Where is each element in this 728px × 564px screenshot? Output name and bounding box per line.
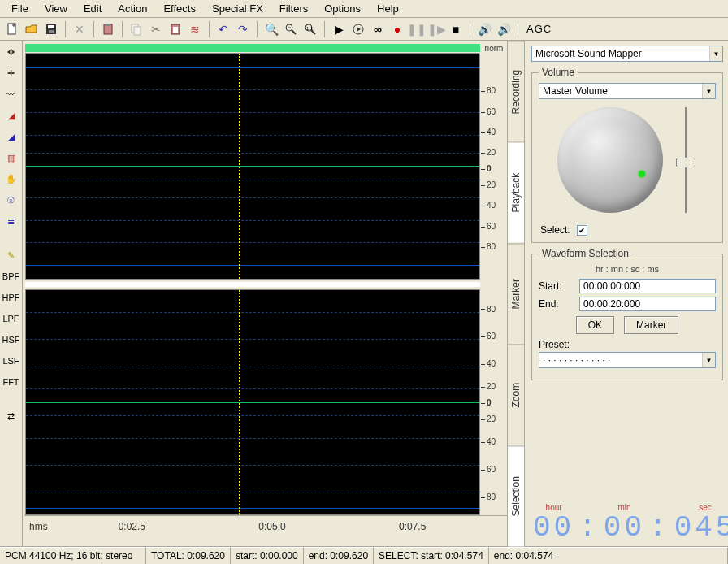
pause-icon[interactable]: ❚❚ bbox=[408, 20, 426, 38]
loop-icon[interactable]: ∞ bbox=[369, 20, 387, 38]
volume-slider[interactable] bbox=[674, 107, 697, 213]
cut-icon[interactable]: ✂ bbox=[147, 20, 165, 38]
tool-crosshair-icon[interactable]: ✛ bbox=[2, 65, 20, 81]
status-select-end: end: 0:04.574 bbox=[489, 547, 728, 564]
preset-label: Preset: bbox=[539, 339, 716, 350]
marker-button[interactable]: Marker bbox=[624, 316, 678, 334]
tool-spectrum-icon[interactable]: ≣ bbox=[2, 213, 20, 229]
tool-lsf[interactable]: LSF bbox=[2, 353, 20, 369]
vtab-recording[interactable]: Recording bbox=[508, 41, 524, 141]
ok-button[interactable]: OK bbox=[576, 316, 614, 334]
vtab-zoom[interactable]: Zoom bbox=[508, 344, 524, 445]
time-axis: hms 0:02.5 0:05.0 0:07.5 bbox=[24, 515, 507, 536]
menu-specialfx[interactable]: Special FX bbox=[204, 1, 271, 16]
left-tool-rail: ✥ ✛ 〰 ◢ ◢ ▥ ✋ ⦾ ≣ ✎ BPF HPF LPF HSF LSF … bbox=[0, 41, 23, 546]
playhead-cursor[interactable] bbox=[239, 54, 240, 279]
tool-hsf[interactable]: HSF bbox=[2, 332, 20, 348]
zoomfit-icon[interactable]: 1:1 bbox=[301, 20, 319, 38]
agc-label[interactable]: AGC bbox=[526, 23, 552, 35]
amplitude-scale-bot: 80 60 40 20 0 20 40 60 80 bbox=[481, 286, 507, 515]
chevron-down-icon: ▼ bbox=[709, 46, 722, 61]
tool-hpf[interactable]: HPF bbox=[2, 289, 20, 306]
step-icon[interactable]: ❚▶ bbox=[427, 20, 445, 38]
open-icon[interactable] bbox=[23, 20, 41, 38]
paste-icon[interactable] bbox=[99, 20, 117, 38]
tool-hand-icon[interactable]: ✋ bbox=[2, 171, 20, 187]
scale-label: norm bbox=[481, 44, 507, 52]
pan-knob[interactable] bbox=[557, 107, 663, 213]
tool-wave-icon[interactable]: 〰 bbox=[2, 86, 20, 102]
svg-text:1:1: 1:1 bbox=[306, 26, 314, 31]
preset-combo[interactable]: · · · · · · · · · · · · · ▼ bbox=[539, 352, 716, 368]
device-combo[interactable]: Microsoft Sound Mapper ▼ bbox=[531, 46, 723, 62]
playhead-cursor-bot[interactable] bbox=[239, 290, 240, 515]
vtab-marker[interactable]: Marker bbox=[508, 243, 524, 344]
time-axis-label: hms bbox=[29, 521, 62, 532]
tool-eq-icon[interactable]: ⇄ bbox=[2, 408, 20, 424]
time-sec-value: 045 bbox=[674, 514, 728, 543]
menu-action[interactable]: Action bbox=[110, 1, 155, 16]
waveform-left-channel[interactable] bbox=[25, 53, 480, 280]
menu-effects[interactable]: Effects bbox=[155, 1, 204, 16]
menu-options[interactable]: Options bbox=[316, 1, 369, 16]
save-icon[interactable] bbox=[42, 20, 60, 38]
start-input[interactable] bbox=[579, 279, 716, 293]
svg-line-11 bbox=[292, 30, 296, 34]
vtab-selection[interactable]: Selection bbox=[508, 445, 524, 546]
copy-icon[interactable] bbox=[128, 20, 145, 38]
waveform-selection-group: Waveform Selection hr : mn : sc : ms Sta… bbox=[531, 248, 723, 380]
volume-combo[interactable]: Master Volume ▼ bbox=[539, 83, 716, 99]
tool-arrows-icon[interactable]: ✥ bbox=[2, 44, 20, 60]
zoomout-icon[interactable] bbox=[282, 20, 300, 38]
stop-icon[interactable]: ■ bbox=[447, 20, 465, 38]
playloop-icon[interactable] bbox=[349, 20, 367, 38]
tool-tree-blue-icon[interactable]: ◢ bbox=[2, 128, 20, 145]
menu-filters[interactable]: Filters bbox=[271, 1, 316, 16]
svg-rect-9 bbox=[173, 27, 178, 33]
end-label: End: bbox=[539, 298, 574, 310]
redo-icon[interactable]: ↷ bbox=[234, 20, 252, 38]
menu-help[interactable]: Help bbox=[369, 1, 407, 16]
speaker-left-icon[interactable]: 🔊 bbox=[475, 20, 493, 38]
wfsel-subtitle: hr : mn : sc : ms bbox=[539, 264, 716, 274]
select-checkbox[interactable]: ✔ bbox=[577, 225, 587, 236]
clipboard-icon[interactable] bbox=[167, 20, 184, 38]
svg-rect-2 bbox=[48, 25, 54, 28]
start-label: Start: bbox=[539, 280, 574, 292]
vtab-playback[interactable]: Playback bbox=[508, 141, 524, 242]
svg-rect-3 bbox=[49, 30, 54, 33]
toolbar: ✕ ✂ ≋ ↶ ↷ 🔍 1:1 ▶ ∞ ● ❚❚ ❚▶ ■ 🔊 🔊 AGC bbox=[0, 18, 728, 41]
menu-edit[interactable]: Edit bbox=[76, 1, 110, 16]
tool-bpf[interactable]: BPF bbox=[2, 268, 20, 284]
menubar: File View Edit Action Effects Special FX… bbox=[0, 0, 728, 18]
right-panel: Microsoft Sound Mapper ▼ Volume Master V… bbox=[525, 41, 728, 546]
menu-view[interactable]: View bbox=[37, 1, 76, 16]
tool-tree-red-icon[interactable]: ◢ bbox=[2, 107, 20, 124]
knob-indicator-icon bbox=[639, 171, 645, 177]
time-hour-value: 00 bbox=[533, 514, 574, 543]
tool-pencil-icon[interactable]: ✎ bbox=[2, 247, 20, 263]
tool-bars-icon[interactable]: ▥ bbox=[2, 150, 20, 166]
wfsel-legend: Waveform Selection bbox=[539, 248, 632, 259]
waveform-right-channel[interactable] bbox=[25, 289, 480, 516]
end-input[interactable] bbox=[579, 297, 716, 311]
delete-icon[interactable]: ✕ bbox=[71, 20, 89, 38]
overview-bar[interactable] bbox=[25, 44, 480, 52]
menu-file[interactable]: File bbox=[3, 1, 37, 16]
slider-thumb[interactable] bbox=[676, 158, 696, 167]
status-end: end: 0:09.620 bbox=[304, 547, 374, 564]
time-min-value: 00 bbox=[604, 514, 645, 543]
status-select: SELECT: start: 0:04.574 bbox=[374, 547, 489, 564]
status-format: PCM 44100 Hz; 16 bit; stereo bbox=[0, 547, 146, 564]
zoomin-icon[interactable]: 🔍 bbox=[262, 20, 280, 38]
play-icon[interactable]: ▶ bbox=[330, 20, 348, 38]
tool-fft[interactable]: FFT bbox=[2, 374, 20, 390]
speaker-right-icon[interactable]: 🔊 bbox=[495, 20, 513, 38]
new-icon[interactable] bbox=[3, 20, 21, 38]
select-label: Select: bbox=[540, 224, 570, 236]
tool-signal-icon[interactable]: ⦾ bbox=[2, 192, 20, 208]
tool-lpf[interactable]: LPF bbox=[2, 310, 20, 327]
mix-icon[interactable]: ≋ bbox=[186, 20, 204, 38]
record-icon[interactable]: ● bbox=[388, 20, 406, 38]
undo-icon[interactable]: ↶ bbox=[214, 20, 232, 38]
